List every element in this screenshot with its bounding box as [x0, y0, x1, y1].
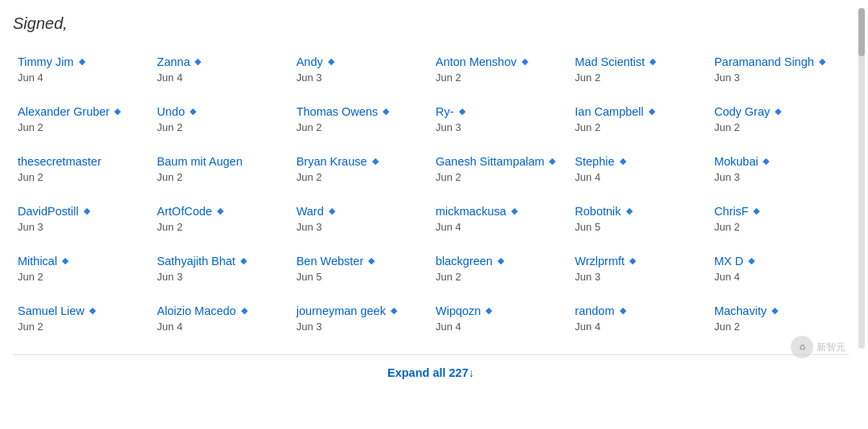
signer-name[interactable]: blackgreen◆	[436, 253, 565, 269]
signer-name[interactable]: Mad Scientist◆	[575, 54, 704, 70]
signer-name[interactable]: Bryan Krause◆	[297, 153, 426, 170]
signer-link[interactable]: Anton Menshov	[436, 54, 517, 70]
signer-name[interactable]: Baum mit Augen	[157, 153, 286, 170]
signer-link[interactable]: Ganesh Sittampalam	[436, 153, 544, 170]
signer-link[interactable]: Paramanand Singh	[714, 54, 814, 70]
signer-link[interactable]: Undo	[157, 104, 185, 120]
signer-link[interactable]: Andy	[297, 54, 323, 70]
signer-cell: Zanna◆Jun 4	[152, 47, 291, 97]
signer-name[interactable]: Samuel Liew◆	[18, 303, 147, 319]
signer-cell: Bryan Krause◆Jun 2	[292, 147, 431, 197]
signer-link[interactable]: MX D	[714, 253, 743, 269]
signer-link[interactable]: Aloizio Macedo	[157, 303, 235, 319]
signers-grid: Timmy Jim◆Jun 4Zanna◆Jun 4Andy◆Jun 3Anto…	[13, 47, 849, 346]
signer-name[interactable]: ArtOfCode◆	[157, 203, 286, 219]
signer-name[interactable]: mickmackusa◆	[436, 203, 565, 219]
signer-link[interactable]: DavidPostill	[18, 203, 79, 219]
signed-heading: Signed,	[13, 14, 849, 33]
watermark: ♻ 新智元	[791, 336, 845, 358]
signer-link[interactable]: ArtOfCode	[157, 203, 212, 219]
signer-date: Jun 3	[436, 121, 565, 133]
diamond-icon: ◆	[194, 55, 201, 67]
signer-name[interactable]: Aloizio Macedo◆	[157, 303, 286, 319]
diamond-icon: ◆	[772, 304, 778, 317]
signer-name[interactable]: Wrzlprmft◆	[575, 253, 704, 269]
signer-name[interactable]: Mokubai◆	[714, 153, 844, 170]
signer-name[interactable]: Sathyajith Bhat◆	[157, 253, 286, 269]
diamond-icon: ◆	[391, 304, 397, 317]
scrollbar-thumb[interactable]	[858, 8, 865, 56]
signer-name[interactable]: Mithical◆	[18, 253, 147, 269]
signer-link[interactable]: ChrisF	[714, 203, 749, 219]
signer-link[interactable]: Mokubai	[714, 153, 759, 170]
diamond-icon: ◆	[763, 155, 769, 167]
expand-all-button[interactable]: Expand all 227↓	[378, 363, 484, 382]
diamond-icon: ◆	[549, 155, 555, 167]
signer-link[interactable]: Sathyajith Bhat	[157, 253, 235, 269]
signer-name[interactable]: Ben Webster◆	[297, 253, 426, 269]
signer-link[interactable]: Cody Gray	[714, 104, 770, 120]
signer-name[interactable]: Undo◆	[157, 104, 286, 120]
signer-name[interactable]: Ganesh Sittampalam◆	[436, 153, 565, 170]
signer-date: Jun 2	[575, 72, 704, 84]
signer-cell: mickmackusa◆Jun 4	[431, 197, 570, 247]
signer-link[interactable]: Mad Scientist	[575, 54, 645, 70]
signer-date: Jun 2	[18, 271, 147, 283]
signer-cell: MX D◆Jun 4	[710, 247, 849, 296]
signer-link[interactable]: mickmackusa	[436, 203, 506, 219]
signer-name[interactable]: Zanna◆	[157, 54, 286, 70]
signer-link[interactable]: journeyman geek	[297, 303, 386, 319]
signer-name[interactable]: ChrisF◆	[714, 203, 844, 219]
signer-link[interactable]: Baum mit Augen	[157, 153, 242, 170]
signer-date: Jun 4	[157, 321, 286, 333]
signer-name[interactable]: Cody Gray◆	[714, 104, 844, 120]
signer-cell: Thomas Owens◆Jun 2	[292, 97, 431, 147]
signer-link[interactable]: Zanna	[157, 54, 190, 70]
signer-link[interactable]: Timmy Jim	[18, 54, 74, 70]
signer-name[interactable]: Ry-◆	[436, 104, 565, 120]
signer-link[interactable]: Thomas Owens	[297, 104, 379, 120]
signer-link[interactable]: thesecretmaster	[18, 153, 101, 170]
signer-name[interactable]: Wipqozn◆	[436, 303, 565, 319]
signer-link[interactable]: random	[575, 303, 614, 319]
diamond-icon: ◆	[649, 105, 655, 117]
signer-date: Jun 4	[157, 72, 286, 84]
scrollbar[interactable]	[858, 8, 865, 349]
signer-link[interactable]: Wrzlprmft	[575, 253, 624, 269]
signer-link[interactable]: Robotnik	[575, 203, 620, 219]
diamond-icon: ◆	[620, 155, 626, 167]
signer-date: Jun 2	[18, 321, 147, 333]
signer-cell: blackgreen◆Jun 2	[431, 247, 570, 296]
signer-name[interactable]: Timmy Jim◆	[18, 54, 147, 70]
signer-link[interactable]: Alexander Gruber	[18, 104, 109, 120]
signer-name[interactable]: journeyman geek◆	[297, 303, 426, 319]
signer-name[interactable]: Machavity◆	[714, 303, 844, 319]
signer-name[interactable]: Anton Menshov◆	[436, 54, 565, 70]
signer-link[interactable]: Stephie	[575, 153, 614, 170]
signer-link[interactable]: Ben Webster	[297, 253, 364, 269]
signer-link[interactable]: Bryan Krause	[297, 153, 367, 170]
signer-link[interactable]: Samuel Liew	[18, 303, 84, 319]
signer-name[interactable]: Andy◆	[297, 54, 426, 70]
signer-link[interactable]: Ry-	[436, 104, 454, 120]
signer-link[interactable]: Wipqozn	[436, 303, 481, 319]
signer-name[interactable]: Paramanand Singh◆	[714, 54, 844, 70]
signer-name[interactable]: DavidPostill◆	[18, 203, 147, 219]
diamond-icon: ◆	[217, 205, 223, 217]
signer-link[interactable]: Ward	[297, 203, 324, 219]
signer-name[interactable]: random◆	[575, 303, 704, 319]
signer-name[interactable]: Stephie◆	[575, 153, 704, 170]
signer-date: Jun 2	[18, 121, 147, 133]
signer-link[interactable]: blackgreen	[436, 253, 493, 269]
signer-link[interactable]: Mithical	[18, 253, 57, 269]
signer-name[interactable]: Robotnik◆	[575, 203, 704, 219]
signer-name[interactable]: MX D◆	[714, 253, 844, 269]
signer-name[interactable]: thesecretmaster	[18, 153, 147, 170]
diamond-icon: ◆	[190, 105, 196, 117]
signer-name[interactable]: Alexander Gruber◆	[18, 104, 147, 120]
signer-name[interactable]: Ian Campbell◆	[575, 104, 704, 120]
signer-link[interactable]: Ian Campbell	[575, 104, 643, 120]
signer-name[interactable]: Thomas Owens◆	[297, 104, 426, 120]
signer-name[interactable]: Ward◆	[297, 203, 426, 219]
signer-link[interactable]: Machavity	[714, 303, 767, 319]
